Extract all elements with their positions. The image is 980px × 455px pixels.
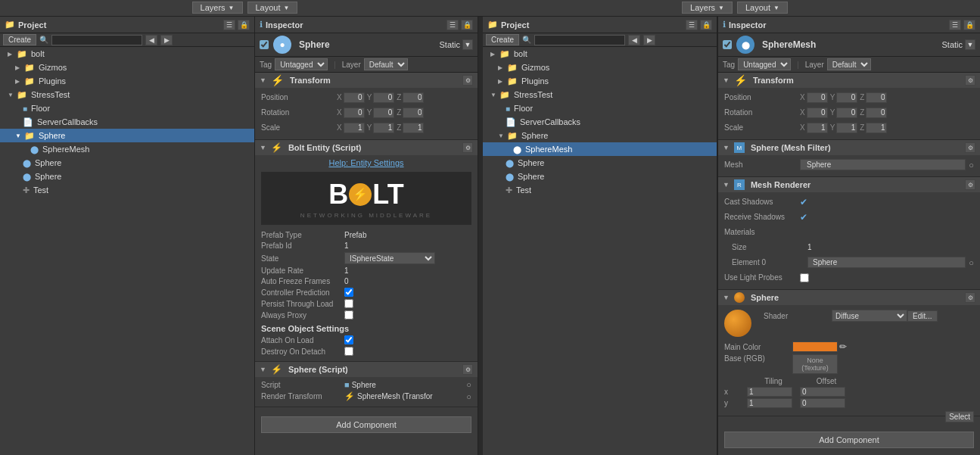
select-texture-btn[interactable]: Select <box>945 411 974 422</box>
pos-y-right[interactable] <box>836 92 857 103</box>
tag-select-left[interactable]: Untagged <box>275 58 328 70</box>
rot-z-left[interactable] <box>403 108 424 118</box>
inspector-lock-right[interactable]: 🔒 <box>963 20 975 30</box>
rot-x-right[interactable] <box>807 108 828 118</box>
tile-x-input[interactable] <box>747 387 792 397</box>
always-proxy-checkbox[interactable] <box>344 310 353 319</box>
scale-z-right[interactable] <box>866 123 887 133</box>
layers-button-right[interactable]: Layers ▼ <box>682 2 733 14</box>
tree-item-test[interactable]: ✚ Test <box>0 183 254 197</box>
tree-item-spheremesh[interactable]: ⬤ SphereMesh <box>0 142 254 156</box>
destroy-detach-checkbox[interactable] <box>344 347 353 356</box>
tree-item-sphere-selected[interactable]: ▼ 📁 Sphere <box>0 129 254 142</box>
mesh-filter-header[interactable]: ▼ M Sphere (Mesh Filter) ⚙ <box>718 140 980 155</box>
tree-item-stresstest-r[interactable]: ▼ 📁 StressTest <box>483 88 717 101</box>
tree-item-sphere-r[interactable]: ▼ 📁 Sphere <box>483 129 717 142</box>
search-input-left[interactable] <box>51 35 142 45</box>
tree-item-sphere2[interactable]: ⬤ Sphere <box>0 156 254 170</box>
search-input-right[interactable] <box>534 35 625 45</box>
layer-select-left[interactable]: Default <box>364 58 408 70</box>
project-menu-btn-left[interactable]: ☰ <box>223 20 235 30</box>
scale-y-left[interactable] <box>373 123 394 133</box>
color-pencil-btn[interactable]: ✏ <box>838 341 848 352</box>
tile-y-input[interactable] <box>747 398 792 408</box>
toolbar-icon3[interactable]: ◀ <box>628 35 640 45</box>
tree-item-plugins-r[interactable]: ▶ 📁 Plugins <box>483 74 717 88</box>
create-btn-left[interactable]: Create <box>3 34 36 45</box>
project-lock-btn-right[interactable]: 🔒 <box>700 20 712 30</box>
project-menu-btn-right[interactable]: ☰ <box>686 20 698 30</box>
persist-checkbox[interactable] <box>344 299 353 308</box>
pos-z-left[interactable] <box>403 92 424 103</box>
toolbar-icon4[interactable]: ▶ <box>643 35 655 45</box>
rot-x-left[interactable] <box>344 108 365 118</box>
inspector-lock-left[interactable]: 🔒 <box>461 20 473 30</box>
help-link[interactable]: Help: Entity Settings <box>261 158 471 167</box>
pos-z-right[interactable] <box>866 92 887 103</box>
sphere-material-settings[interactable]: ⚙ <box>965 292 975 303</box>
object-active-right[interactable] <box>723 40 732 49</box>
transform-menu-right[interactable]: ⚙ <box>965 75 975 86</box>
tree-item-floor[interactable]: ■ Floor <box>0 101 254 115</box>
tree-item-floor-r[interactable]: ■ Floor <box>483 101 717 115</box>
tree-item-spheremesh-r-selected[interactable]: ⬤ SphereMesh <box>483 142 717 156</box>
create-btn-right[interactable]: Create <box>486 34 519 45</box>
scale-y-right[interactable] <box>836 123 857 133</box>
attach-load-checkbox[interactable] <box>344 335 353 344</box>
tree-item-gizmos[interactable]: ▶ 📁 Gizmos <box>0 61 254 74</box>
tree-item-plugins[interactable]: ▶ 📁 Plugins <box>0 74 254 88</box>
add-component-btn-left[interactable]: Add Component <box>261 416 471 433</box>
transform-header-left[interactable]: ▼ ⚡ Transform ⚙ <box>255 73 478 88</box>
sphere-material-header[interactable]: ▼ Sphere ⚙ <box>718 290 980 305</box>
transform-header-right[interactable]: ▼ ⚡ Transform ⚙ <box>718 73 980 88</box>
pos-y-left[interactable] <box>373 92 394 103</box>
tree-item-bolt[interactable]: ▶ 📁 bolt <box>0 47 254 61</box>
bolt-entity-header[interactable]: ▼ ⚡ Bolt Entity (Script) ⚙ <box>255 140 478 155</box>
static-arrow-right[interactable]: ▼ <box>965 39 975 50</box>
tree-item-stresstest[interactable]: ▼ 📁 StressTest <box>0 88 254 101</box>
rot-y-right[interactable] <box>836 108 857 118</box>
tree-item-sphere2-r[interactable]: ⬤ Sphere <box>483 156 717 170</box>
tree-item-gizmos-r[interactable]: ▶ 📁 Gizmos <box>483 61 717 74</box>
sphere-script-settings[interactable]: ⚙ <box>462 364 473 375</box>
inspector-menu-left[interactable]: ☰ <box>446 20 459 30</box>
tree-item-servercallbacks-r[interactable]: 📄 ServerCallbacks <box>483 115 717 129</box>
bolt-settings-btn[interactable]: ⚙ <box>462 142 473 153</box>
tree-item-test-r[interactable]: ✚ Test <box>483 183 717 197</box>
offset-x-input[interactable] <box>800 387 845 397</box>
layout-button-right[interactable]: Layout ▼ <box>737 2 788 14</box>
toolbar-icon1[interactable]: ◀ <box>145 35 157 45</box>
sphere-script-header[interactable]: ▼ ⚡ Sphere (Script) ⚙ <box>255 362 478 377</box>
mesh-renderer-settings[interactable]: ⚙ <box>965 179 975 190</box>
add-component-btn-right[interactable]: Add Component <box>724 432 974 448</box>
scale-z-left[interactable] <box>403 123 424 133</box>
state-select[interactable]: ISphereState <box>344 252 435 264</box>
transform-menu-left[interactable]: ⚙ <box>462 75 473 86</box>
rot-z-right[interactable] <box>866 108 887 118</box>
offset-y-input[interactable] <box>800 398 845 408</box>
pos-x-right[interactable] <box>807 92 828 103</box>
layout-button-left[interactable]: Layout ▼ <box>247 2 298 14</box>
edit-shader-btn[interactable]: Edit... <box>907 310 938 322</box>
main-color-swatch[interactable] <box>792 341 838 352</box>
shader-select[interactable]: Diffuse <box>832 310 907 322</box>
inspector-menu-right[interactable]: ☰ <box>949 20 961 30</box>
layers-button-left[interactable]: Layers ▼ <box>192 2 243 14</box>
tree-item-servercallbacks[interactable]: 📄 ServerCallbacks <box>0 115 254 129</box>
use-light-probes-check[interactable] <box>800 273 809 282</box>
project-lock-btn-left[interactable]: 🔒 <box>238 20 250 30</box>
tag-select-right[interactable]: Untagged <box>738 58 791 70</box>
controller-pred-checkbox[interactable] <box>344 288 353 297</box>
toolbar-icon2[interactable]: ▶ <box>160 35 173 45</box>
scale-x-right[interactable] <box>807 123 828 133</box>
object-active-left[interactable] <box>260 40 269 49</box>
tree-item-bolt-r[interactable]: ▶ 📁 bolt <box>483 47 717 61</box>
mesh-filter-settings[interactable]: ⚙ <box>965 142 975 153</box>
pos-x-left[interactable] <box>344 92 365 103</box>
layer-select-right[interactable]: Default <box>827 58 871 70</box>
static-arrow-left[interactable]: ▼ <box>462 39 473 50</box>
rot-y-left[interactable] <box>373 108 394 118</box>
mesh-renderer-header[interactable]: ▼ R Mesh Renderer ⚙ <box>718 177 980 192</box>
scale-x-left[interactable] <box>344 123 365 133</box>
tree-item-sphere3[interactable]: ⬤ Sphere <box>0 170 254 183</box>
